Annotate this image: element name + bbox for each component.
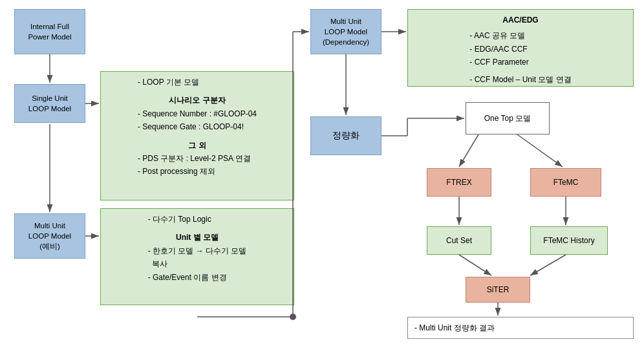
ftrex-box: FTREX <box>427 168 491 197</box>
cut-set-label: Cut Set <box>446 235 472 246</box>
single-unit-label: Single Unit LOOP Model <box>28 93 71 114</box>
su-item-2: - Sequence Number : #GLOOP-04 <box>138 107 257 120</box>
cut-set-box: Cut Set <box>427 226 491 255</box>
multi-unit-prelim-box: Multi Unit LOOP Model (예비) <box>14 213 85 259</box>
ftemc-history-box: FTeMC History <box>530 226 608 255</box>
mu-item-2: - 한호기 모델 → 다수기 모델 복사 <box>148 244 247 271</box>
su-item-4: - PDS 구분자 : Level-2 PSA 연결 <box>138 152 257 165</box>
aac-edg-box: AAC/EDG - AAC 공유 모델 - EDG/AAC CCF - CCF … <box>407 9 634 87</box>
su-subtitle-2: 그 외 <box>138 139 257 152</box>
multi-unit-content-box: - 다수기 Top Logic Unit 별 모델 - 한호기 모델 → 다수기… <box>100 208 294 305</box>
one-top-label: One Top 모델 <box>484 113 531 124</box>
single-unit-content-box: - LOOP 기본 모델 시나리오 구분자 - Sequence Number … <box>100 71 294 200</box>
mu-item-3: - Gate/Event 이름 변경 <box>148 271 247 284</box>
siter-label: SiTER <box>487 285 510 296</box>
multi-unit-dep-label: Multi Unit LOOP Model (Dependency) <box>323 16 369 47</box>
multi-unit-dep-box: Multi Unit LOOP Model (Dependency) <box>310 9 381 54</box>
svg-point-7 <box>290 314 296 320</box>
result-box: - Multi Unit 정량화 결과 <box>407 317 634 339</box>
aac-item-4: - CCF Model – Unit 모델 연결 <box>469 73 571 86</box>
result-label: - Multi Unit 정량화 결과 <box>414 323 495 334</box>
aac-item-3: - CCF Parameter <box>469 56 571 69</box>
mu-subtitle: Unit 별 모델 <box>148 231 247 244</box>
internal-full-power-box: Internal Full Power Model <box>14 9 85 54</box>
ftrex-label: FTREX <box>446 177 471 188</box>
multi-unit-content: - 다수기 Top Logic Unit 별 모델 - 한호기 모델 → 다수기… <box>148 213 247 284</box>
ftemc-box: FTeMC <box>530 168 601 197</box>
aac-edg-content: AAC/EDG - AAC 공유 모델 - EDG/AAC CCF - CCF … <box>469 14 571 86</box>
single-unit-box: Single Unit LOOP Model <box>14 84 85 123</box>
ftemc-label: FTeMC <box>553 177 579 188</box>
quantify-label: 정량화 <box>332 129 360 142</box>
svg-line-16 <box>517 134 563 167</box>
svg-line-15 <box>459 134 478 167</box>
multi-unit-prelim-label: Multi Unit LOOP Model (예비) <box>28 220 71 252</box>
su-item-5: - Post processing 제외 <box>138 165 257 178</box>
mu-item-1: - 다수기 Top Logic <box>148 213 247 226</box>
ftemc-history-label: FTeMC History <box>543 235 594 246</box>
internal-full-label: Internal Full Power Model <box>28 21 71 42</box>
su-item-3: - Sequence Gate : GLOOP-04! <box>138 120 257 133</box>
diagram-container: Internal Full Power Model Single Unit LO… <box>0 0 644 344</box>
aac-item-2: - EDG/AAC CCF <box>469 43 571 56</box>
svg-line-19 <box>459 255 491 275</box>
aac-item-1: - AAC 공유 모델 <box>469 29 571 42</box>
su-subtitle-1: 시나리오 구분자 <box>138 94 257 107</box>
siter-box: SiTER <box>466 277 530 303</box>
svg-line-20 <box>530 255 566 275</box>
su-item-1: - LOOP 기본 모델 <box>138 76 257 89</box>
aac-edg-title: AAC/EDG <box>469 14 571 27</box>
one-top-box: One Top 모델 <box>466 102 550 134</box>
single-unit-content: - LOOP 기본 모델 시나리오 구분자 - Sequence Number … <box>138 76 257 178</box>
quantify-box: 정량화 <box>310 116 381 155</box>
